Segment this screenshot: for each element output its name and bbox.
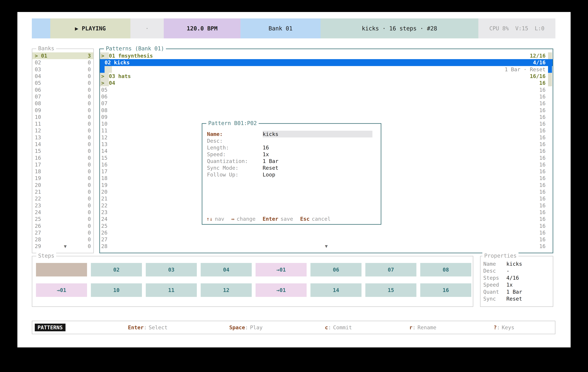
dialog-field[interactable]: Follow Up:Loop xyxy=(207,171,378,178)
step-cell[interactable]: 14 xyxy=(310,283,361,297)
scrollbar-thumb[interactable] xyxy=(548,52,552,59)
step-cell[interactable]: →01 xyxy=(256,283,307,297)
pattern-row[interactable]: >01fmsynthesis12/16 xyxy=(100,52,553,59)
bank-row[interactable]: 220 xyxy=(32,195,93,202)
pattern-row[interactable]: 0916 xyxy=(100,114,553,121)
properties-list: NamekicksDesc-Steps4/16Speed1xQuant1 Bar… xyxy=(481,260,553,302)
scrollbar-thumb[interactable] xyxy=(548,73,552,86)
step-cell[interactable]: 11 xyxy=(146,283,197,297)
dialog-field[interactable]: Name:kicks xyxy=(207,131,378,138)
bank-pattern-count: 0 xyxy=(88,236,91,242)
bank-row[interactable]: 120 xyxy=(32,127,93,134)
bank-number: 23 xyxy=(35,202,41,209)
hint-label: Select xyxy=(149,324,168,331)
step-cell[interactable]: 15 xyxy=(365,283,416,297)
pattern-row[interactable]: 2616 xyxy=(100,229,553,236)
bank-row[interactable]: 100 xyxy=(32,114,93,121)
step-cell[interactable] xyxy=(36,263,87,276)
pattern-row[interactable]: >0416 xyxy=(100,80,553,86)
step-cell[interactable]: →01 xyxy=(36,283,87,297)
bank-row[interactable]: 210 xyxy=(32,189,93,195)
bank-row[interactable]: 180 xyxy=(32,168,93,175)
bank-number: 27 xyxy=(35,230,41,236)
step-cell[interactable]: 10 xyxy=(91,283,142,297)
mode-badge: PATTERNS xyxy=(35,324,65,331)
top-status-bar: ▶ PLAYING · 120.0 BPM Bank 01 kicks · 16… xyxy=(32,19,556,38)
bank-row[interactable]: >013 xyxy=(32,52,93,59)
step-cell[interactable]: 12 xyxy=(201,283,252,297)
bank-row[interactable]: 29▼0 xyxy=(32,243,93,250)
bank-row[interactable]: 110 xyxy=(32,121,93,127)
bank-row[interactable]: 160 xyxy=(32,154,93,161)
bank-row[interactable]: 280 xyxy=(32,236,93,243)
bank-number: 07 xyxy=(35,93,41,100)
bank-row[interactable]: 050 xyxy=(32,80,93,86)
app-screen: ▶ PLAYING · 120.0 BPM Bank 01 kicks · 16… xyxy=(0,0,588,372)
pattern-row[interactable]: 0816 xyxy=(100,107,553,113)
bank-row[interactable]: 090 xyxy=(32,107,93,113)
pattern-name: hats xyxy=(118,73,131,79)
dialog-field[interactable]: Speed:1x xyxy=(207,151,378,158)
bank-row[interactable]: 140 xyxy=(32,141,93,148)
bank-row[interactable]: 170 xyxy=(32,161,93,168)
pattern-row[interactable]: 0716 xyxy=(100,100,553,107)
pattern-number: 25 xyxy=(100,223,107,229)
pattern-step-count: 16 xyxy=(539,80,546,86)
pattern-row-selected[interactable]: 02kicks4/16 xyxy=(100,59,553,66)
pattern-step-count: 16 xyxy=(539,100,546,106)
bank-row[interactable]: 070 xyxy=(32,93,93,100)
step-cell[interactable]: 08 xyxy=(420,263,471,276)
dialog-field[interactable]: Length:16 xyxy=(207,144,378,151)
step-cell[interactable]: 16 xyxy=(420,283,471,297)
bank-row[interactable]: 230 xyxy=(32,202,93,209)
pattern-row[interactable]: 0516 xyxy=(100,86,553,93)
bank-pattern-count: 0 xyxy=(88,168,91,174)
bank-number: 20 xyxy=(35,182,41,188)
bank-row[interactable]: 040 xyxy=(32,73,93,80)
pattern-step-count: 16 xyxy=(539,141,546,147)
dialog-field-value: 16 xyxy=(263,144,269,151)
pattern-row[interactable]: 2716 xyxy=(100,236,553,243)
bank-row[interactable]: 240 xyxy=(32,209,93,216)
bank-row[interactable]: 270 xyxy=(32,229,93,236)
bank-row[interactable]: 260 xyxy=(32,222,93,229)
bank-number: 15 xyxy=(35,148,41,154)
bank-row[interactable]: 080 xyxy=(32,100,93,107)
bank-number: 09 xyxy=(35,107,41,113)
bank-row[interactable]: 150 xyxy=(32,148,93,154)
bank-row[interactable]: 030 xyxy=(32,66,93,73)
bank-pattern-count: 0 xyxy=(88,161,91,168)
pattern-label: 04 xyxy=(109,80,115,86)
bank-number: 28 xyxy=(35,236,41,242)
dialog-field[interactable]: Desc: xyxy=(207,138,378,144)
dialog-hint-label: nav xyxy=(215,216,224,222)
pattern-step-count: 16 xyxy=(539,168,546,174)
dialog-field-label: Sync Mode: xyxy=(207,165,263,171)
bank-pattern-count: 0 xyxy=(88,155,91,161)
pattern-gutter: > xyxy=(100,73,109,80)
bank-row[interactable]: 250 xyxy=(32,216,93,222)
dialog-field[interactable]: Sync Mode:Reset xyxy=(207,164,378,171)
pattern-row[interactable]: 0616 xyxy=(100,93,553,100)
bank-row[interactable]: 060 xyxy=(32,86,93,93)
bank-row[interactable]: 200 xyxy=(32,182,93,189)
pattern-number: 10 xyxy=(100,121,107,127)
bank-row[interactable]: 020 xyxy=(32,59,93,66)
step-cell[interactable]: 07 xyxy=(365,263,416,276)
dialog-hint-key: ↑↓ xyxy=(206,216,213,222)
dialog-field-value: Loop xyxy=(263,171,275,178)
pattern-row[interactable]: >03hats16/16 xyxy=(100,73,553,80)
step-cell[interactable]: 06 xyxy=(310,263,361,276)
dialog-hint-label: cancel xyxy=(312,216,331,222)
bank-pattern-count: 0 xyxy=(88,60,91,66)
property-row: Desc- xyxy=(481,267,553,274)
bank-row[interactable]: 130 xyxy=(32,134,93,141)
step-cell[interactable]: 04 xyxy=(201,263,252,276)
bank-row[interactable]: 190 xyxy=(32,175,93,181)
step-cell[interactable]: →01 xyxy=(256,263,307,276)
scrollbar-selection-thumb[interactable] xyxy=(548,59,552,73)
dialog-field[interactable]: Quantization:1 Bar xyxy=(207,158,378,164)
step-cell[interactable]: 03 xyxy=(146,263,197,276)
pattern-step-count: 16 xyxy=(539,161,546,168)
step-cell[interactable]: 02 xyxy=(91,263,142,276)
